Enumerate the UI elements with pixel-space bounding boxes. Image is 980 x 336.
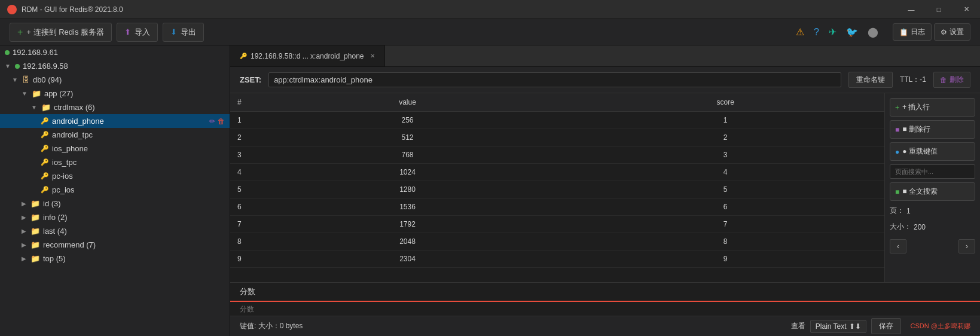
recommend-arrow-icon: ▶	[22, 242, 26, 248]
key-icon-4: 🔑	[41, 158, 49, 166]
edit-icon[interactable]: ✏	[209, 117, 215, 126]
active-tab[interactable]: 🔑 192.168.9.58::d ... x:android_phone ✕	[230, 45, 385, 66]
col-header-num: #	[230, 93, 249, 112]
table-row[interactable]: 1 256 1	[230, 112, 884, 129]
table-row[interactable]: 5 1280 5	[230, 181, 884, 198]
log-button[interactable]: 📋 日志	[893, 23, 932, 41]
sidebar-item-info[interactable]: ▶ 📁 info (2)	[0, 210, 230, 224]
db-arrow-icon: ▼	[12, 77, 18, 83]
sidebar-app-label: app (27)	[44, 89, 73, 98]
insert-row-button[interactable]: + + 插入行	[890, 98, 975, 117]
sidebar-item-app[interactable]: ▼ 📁 app (27)	[0, 87, 230, 100]
sidebar-item-ctrdlmax[interactable]: ▼ 📁 ctrdlmax (6)	[0, 100, 230, 114]
key-icon-1: 🔑	[41, 117, 49, 125]
sidebar-key-ios-tpc[interactable]: 🔑 ios_tpc	[0, 155, 230, 169]
rename-key-button[interactable]: 重命名键	[848, 72, 893, 88]
ctrdlmax-arrow-icon: ▼	[31, 104, 37, 111]
view-type-selector[interactable]: Plain Text ⬆⬇	[810, 320, 866, 333]
delete-key-button[interactable]: 🗑 删除	[933, 72, 970, 88]
minimize-button[interactable]: —	[897, 0, 925, 19]
key-editor: ZSET: 重命名键 TTL：-1 🗑 删除 # value	[230, 67, 980, 316]
data-table-container[interactable]: # value score 1 256 1 2 512 2 3 768 3 4	[230, 93, 884, 282]
import-button[interactable]: ⬆ 导入	[117, 23, 158, 42]
connect-button[interactable]: + + 连接到 Redis 服务器	[10, 23, 112, 42]
ttl-label: TTL：-1	[900, 75, 926, 85]
export-button[interactable]: ⬇ 导出	[163, 23, 204, 42]
delete-icon[interactable]: 🗑	[218, 117, 225, 126]
delete-row-button[interactable]: ■ ■ 删除行	[890, 120, 975, 139]
expand-arrow-icon: ▼	[5, 63, 11, 69]
bottom-area: 分数	[230, 282, 980, 316]
window-controls: — □ ✕	[897, 0, 980, 19]
settings-icon: ⚙	[941, 28, 947, 36]
sidebar-recommend-label: recommend (7)	[43, 240, 96, 249]
cell-num: 7	[230, 216, 249, 233]
delete-key-label: 删除	[950, 75, 964, 85]
tab-close-button[interactable]: ✕	[370, 53, 375, 59]
key-icon-3: 🔑	[41, 145, 49, 152]
last-arrow-icon: ▶	[22, 228, 26, 234]
table-row[interactable]: 3 768 3	[230, 146, 884, 164]
sidebar-item-recommend[interactable]: ▶ 📁 recommend (7)	[0, 238, 230, 252]
server-status-dot	[5, 50, 10, 55]
sidebar-key-pc-ios[interactable]: 🔑 pc-ios	[0, 169, 230, 183]
sidebar-key-ios-phone[interactable]: 🔑 ios_phone	[0, 142, 230, 155]
settings-button[interactable]: ⚙ 设置	[934, 23, 970, 41]
sidebar-item-last[interactable]: ▶ 📁 last (4)	[0, 224, 230, 238]
prev-page-button[interactable]: ‹	[890, 239, 906, 253]
save-button[interactable]: 保存	[871, 318, 901, 334]
score-input[interactable]	[240, 305, 970, 313]
sidebar-key-android-tpc[interactable]: 🔑 android_tpc	[0, 128, 230, 142]
sidebar-key-pc-ios2[interactable]: 🔑 pc_ios	[0, 183, 230, 197]
cell-value: 1280	[249, 181, 567, 198]
sidebar-server-2[interactable]: ▼ 192.168.9.58	[0, 59, 230, 73]
table-row[interactable]: 4 1024 4	[230, 164, 884, 181]
cell-score: 9	[566, 251, 884, 268]
sidebar-last-label: last (4)	[43, 227, 67, 236]
top-folder-icon: 📁	[30, 254, 40, 263]
key-name-input[interactable]	[268, 72, 841, 87]
sidebar-key-android-tpc-label: android_tpc	[52, 130, 93, 139]
table-area: # value score 1 256 1 2 512 2 3 768 3 4	[230, 93, 980, 282]
reload-button[interactable]: ● ● 重载键值	[890, 142, 975, 161]
view-selector-chevron: ⬆⬇	[849, 322, 861, 331]
sidebar-top-label: top (5)	[43, 254, 66, 263]
full-search-button[interactable]: ■ ■ 全文搜索	[890, 182, 975, 201]
id-folder-icon: 📁	[30, 199, 40, 208]
table-row[interactable]: 6 1536 6	[230, 198, 884, 216]
sidebar-item-db0[interactable]: ▼ 🗄 db0 (94)	[0, 73, 230, 87]
sidebar-key-android-phone[interactable]: 🔑 android_phone ✏ 🗑	[0, 114, 230, 128]
close-button[interactable]: ✕	[952, 0, 980, 19]
twitter-icon[interactable]: 🐦	[846, 26, 858, 38]
cell-num: 5	[230, 181, 249, 198]
id-arrow-icon: ▶	[22, 200, 26, 207]
reload-icon: ●	[895, 148, 899, 156]
warning-icon[interactable]: ⚠	[796, 26, 804, 38]
cell-score: 1	[566, 112, 884, 129]
table-row[interactable]: 7 1792 7	[230, 216, 884, 233]
sidebar-item-top[interactable]: ▶ 📁 top (5)	[0, 252, 230, 265]
next-page-button[interactable]: ›	[958, 239, 975, 253]
cell-value: 1792	[249, 216, 567, 233]
sidebar-server-1[interactable]: 192.168.9.61	[0, 45, 230, 59]
main-layout: 192.168.9.61 ▼ 192.168.9.58 ▼ 🗄 db0 (94)…	[0, 45, 980, 336]
toolbar-right-buttons: 📋 日志 ⚙ 设置	[893, 23, 970, 41]
col-header-value: value	[249, 93, 567, 112]
sidebar-item-id[interactable]: ▶ 📁 id (3)	[0, 197, 230, 210]
sidebar-key-pc-ios-label: pc-ios	[52, 172, 73, 181]
page-search-input[interactable]	[890, 164, 975, 179]
table-row[interactable]: 2 512 2	[230, 129, 884, 146]
table-row[interactable]: 8 2048 8	[230, 233, 884, 251]
telegram-icon[interactable]: ✈	[829, 26, 836, 38]
maximize-button[interactable]: □	[925, 0, 952, 19]
sidebar-info-label: info (2)	[43, 213, 67, 222]
sidebar-key-ios-phone-label: ios_phone	[52, 144, 88, 153]
table-row[interactable]: 9 2304 9	[230, 251, 884, 268]
cell-value: 512	[249, 129, 567, 146]
github-icon[interactable]: ⬤	[868, 26, 878, 38]
connect-label: + 连接到 Redis 服务器	[26, 27, 104, 38]
cell-score: 3	[566, 146, 884, 164]
cell-value: 1024	[249, 164, 567, 181]
delete-row-icon: ■	[895, 126, 899, 134]
help-icon[interactable]: ?	[814, 27, 819, 38]
